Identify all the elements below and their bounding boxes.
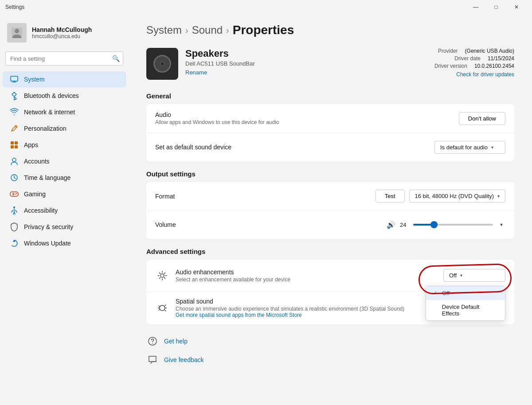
default-device-row: Set as default sound device Is default f… [146, 133, 514, 161]
format-dropdown[interactable]: 16 bit, 48000 Hz (DVD Quality) ▾ [409, 190, 505, 202]
format-value: 16 bit, 48000 Hz (DVD Quality) [415, 193, 494, 199]
sidebar-item-bluetooth[interactable]: Bluetooth & devices [3, 88, 126, 104]
time-icon [10, 173, 19, 182]
volume-slider[interactable] [413, 224, 493, 226]
output-section: Output settings Format Test 16 bit, 4800… [146, 170, 514, 239]
check-driver-updates-link[interactable]: Check for driver updates [456, 71, 514, 78]
enhancements-value: Off [449, 272, 457, 279]
format-label: Format [155, 193, 376, 200]
spatial-store-link[interactable]: Get more spatial sound apps from the Mic… [176, 312, 434, 318]
provider-label: Provider [438, 48, 458, 54]
check-icon: ✓ [433, 290, 438, 296]
breadcrumb-sound[interactable]: Sound [192, 24, 223, 36]
sidebar-item-update[interactable]: Windows Update [3, 235, 126, 251]
close-button[interactable]: ✕ [506, 0, 527, 14]
search-box: 🔍 [5, 51, 123, 66]
default-audio-dropdown[interactable]: Is default for audio ▾ [434, 141, 505, 154]
personalization-icon [10, 124, 19, 133]
enhancements-option-off[interactable]: ✓ Off [426, 286, 505, 300]
general-section: General Audio Allow apps and Windows to … [146, 92, 514, 161]
enhancements-label: Audio enhancements [176, 269, 443, 276]
general-title: General [146, 92, 514, 100]
volume-value: 24 [400, 222, 409, 228]
network-icon [10, 108, 19, 117]
sidebar: Hannah McCullough hmccullo@unca.edu 🔍 Sy… [0, 14, 129, 405]
svg-rect-4 [15, 141, 18, 144]
svg-point-10 [13, 206, 15, 208]
user-name: Hannah McCullough [32, 26, 92, 33]
get-help-item[interactable]: Get help [146, 335, 514, 347]
spatial-icon [155, 301, 169, 315]
chevron-down-icon: ▾ [491, 145, 493, 150]
dont-allow-button[interactable]: Don't allow [459, 112, 505, 125]
person-icon [11, 27, 23, 39]
speaker-icon [153, 55, 171, 73]
breadcrumb-current: Properties [233, 23, 294, 37]
bottom-links: Get help Give feedback [146, 335, 514, 366]
sidebar-item-time[interactable]: Time & language [3, 170, 126, 186]
give-feedback-link[interactable]: Give feedback [164, 356, 204, 363]
content-area: System › Sound › Properties Speakers Del… [129, 14, 532, 405]
sidebar-item-label-bluetooth: Bluetooth & devices [24, 92, 79, 99]
advanced-title: Advanced settings [146, 248, 514, 255]
enhancements-dropdown[interactable]: Off ▾ [443, 269, 505, 282]
test-button[interactable]: Test [376, 190, 405, 202]
accessibility-icon [10, 206, 19, 215]
default-device-label: Set as default sound device [155, 144, 434, 151]
rename-link[interactable]: Rename [185, 69, 207, 76]
device-info: Speakers Dell AC511 USB SoundBar Rename [185, 48, 427, 76]
svg-point-11 [160, 274, 164, 277]
maximize-button[interactable]: □ [486, 0, 506, 14]
output-title: Output settings [146, 170, 514, 178]
svg-point-1 [15, 29, 19, 33]
audio-sublabel: Allow apps and Windows to use this devic… [155, 119, 459, 125]
volume-speaker-icon: 🔊 [387, 221, 395, 229]
default-audio-value: Is default for audio [440, 144, 488, 151]
sidebar-item-label-apps: Apps [24, 141, 38, 148]
driver-version-label: Driver version [434, 63, 467, 69]
sidebar-item-system[interactable]: System [3, 71, 126, 87]
sidebar-item-privacy[interactable]: Privacy & security [3, 219, 126, 235]
settings-window: Settings — □ ✕ Hannah McCullough [0, 0, 532, 405]
sidebar-item-label-accessibility: Accessibility [24, 207, 58, 214]
window-controls: — □ ✕ [466, 0, 527, 14]
window-title: Settings [5, 4, 466, 10]
driver-date-label: Driver date [454, 55, 481, 62]
gaming-icon [10, 190, 19, 199]
sidebar-item-network[interactable]: Network & internet [3, 104, 126, 120]
search-icon: 🔍 [112, 55, 120, 62]
general-card: Audio Allow apps and Windows to use this… [146, 104, 514, 161]
bluetooth-icon [10, 91, 19, 100]
enhancements-dropdown-popup: ✓ Off Device Default Effects [426, 286, 505, 321]
user-section[interactable]: Hannah McCullough hmccullo@unca.edu [0, 18, 129, 51]
get-help-link[interactable]: Get help [164, 338, 188, 345]
main-content: Hannah McCullough hmccullo@unca.edu 🔍 Sy… [0, 14, 532, 405]
volume-expand-button[interactable]: ▾ [497, 220, 505, 230]
sidebar-item-accessibility[interactable]: Accessibility [3, 202, 126, 218]
minimize-button[interactable]: — [466, 0, 486, 14]
enhancements-option-device-default[interactable]: Device Default Effects [426, 300, 505, 320]
sidebar-item-label-personalization: Personalization [24, 125, 66, 132]
give-feedback-item[interactable]: Give feedback [146, 354, 514, 366]
enhancements-chevron-icon: ▾ [460, 273, 462, 278]
search-input[interactable] [5, 51, 123, 66]
sidebar-item-accounts[interactable]: Accounts [3, 153, 126, 169]
sidebar-item-apps[interactable]: Apps [3, 137, 126, 153]
device-icon [146, 48, 178, 80]
sidebar-item-label-accounts: Accounts [24, 158, 50, 165]
sidebar-item-label-gaming: Gaming [24, 191, 46, 198]
device-model: Dell AC511 USB SoundBar [185, 60, 427, 67]
enhancements-row: Audio enhancements Select an enhancement… [146, 260, 514, 292]
driver-date-row: Driver date 11/15/2024 [434, 55, 514, 62]
svg-rect-3 [11, 141, 14, 144]
user-info: Hannah McCullough hmccullo@unca.edu [32, 26, 92, 39]
enhancements-icon [155, 269, 169, 283]
advanced-card: Audio enhancements Select an enhancement… [146, 260, 514, 324]
accounts-icon [10, 157, 19, 166]
avatar [7, 23, 27, 43]
sidebar-item-personalization[interactable]: Personalization [3, 121, 126, 136]
sidebar-item-gaming[interactable]: Gaming [3, 186, 126, 202]
audio-label: Audio [155, 111, 459, 118]
breadcrumb-system[interactable]: System [146, 24, 182, 36]
sidebar-item-label-privacy: Privacy & security [24, 223, 73, 230]
